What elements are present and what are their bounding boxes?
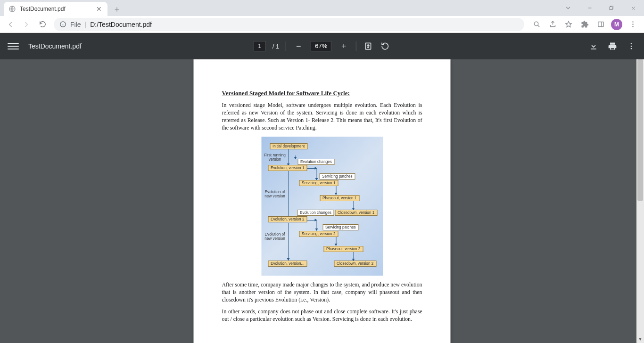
back-button[interactable] [4, 18, 17, 31]
diagram-box-serv-patches1: Servicing patches [319, 173, 355, 180]
svg-point-4 [534, 22, 538, 26]
pdf-filename: TestDocument.pdf [28, 42, 82, 50]
document-paragraph: After some time, company made major chan… [222, 281, 422, 304]
lifecycle-diagram: Initial development First runningversion… [261, 137, 383, 276]
scroll-down-icon[interactable]: ▼ [636, 335, 644, 343]
svg-point-12 [631, 48, 632, 49]
diagram-arrow [288, 149, 289, 165]
browser-menu-icon[interactable] [625, 17, 640, 32]
divider [286, 41, 286, 51]
document-heading: Versioned Staged Model for Software Life… [222, 90, 422, 97]
svg-point-10 [631, 43, 632, 44]
info-icon[interactable] [59, 21, 66, 28]
url-separator: | [85, 21, 87, 28]
download-icon[interactable] [588, 41, 599, 51]
diagram-arrow [316, 168, 317, 180]
zoom-in-button[interactable]: + [338, 41, 349, 52]
diagram-arrow [307, 168, 316, 169]
pdf-toolbar: TestDocument.pdf 1 / 1 − 67% + [0, 33, 644, 59]
zoom-out-button[interactable]: − [293, 41, 304, 52]
svg-point-11 [631, 46, 632, 47]
profile-avatar[interactable]: M [609, 17, 624, 32]
scrollbar-thumb[interactable] [637, 59, 643, 201]
svg-point-8 [632, 26, 634, 27]
fit-page-icon[interactable] [363, 41, 373, 51]
tab-title: TestDocument.pdf [20, 6, 91, 12]
svg-rect-2 [610, 7, 612, 10]
globe-icon [8, 5, 16, 13]
diagram-arrow [336, 186, 336, 195]
diagram-label-evo-new2: Evolution ofnew version [263, 232, 287, 241]
rotate-icon[interactable] [380, 41, 390, 51]
zoom-indicator-icon[interactable] [529, 17, 544, 32]
document-paragraph: In versioned stage Model, software under… [222, 102, 422, 132]
diagram-arrow [353, 201, 354, 210]
diagram-arrow [288, 171, 289, 220]
diagram-box-initial-dev: Initial development [270, 143, 307, 149]
diagram-arrow [316, 220, 317, 230]
diagram-box-evo-v1: Evolution, version 1 [268, 165, 307, 171]
diagram-box-phaseout-v2: Phaseout, version 2 [323, 246, 363, 252]
pdf-more-icon[interactable] [626, 41, 636, 51]
diagram-box-serv-patches2: Servicing patches [322, 224, 359, 230]
window-close-button[interactable] [622, 0, 644, 16]
print-icon[interactable] [607, 41, 618, 51]
browser-tab-active[interactable]: TestDocument.pdf ✕ [4, 2, 107, 16]
document-paragraph: In other words, company does not phase o… [222, 308, 422, 323]
vertical-scrollbar[interactable]: ▲ ▼ [636, 59, 644, 343]
diagram-box-evo-v2: Evolution, version 2 [268, 216, 307, 222]
reload-button[interactable] [36, 18, 49, 31]
sidepanel-icon[interactable] [593, 17, 608, 32]
diagram-arrow [353, 252, 354, 261]
page-number-input[interactable]: 1 [254, 41, 266, 51]
diagram-arrow [336, 237, 336, 245]
zoom-level[interactable]: 67% [311, 41, 331, 51]
pdf-page: Versioned Staged Model for Software Life… [194, 59, 451, 343]
bookmark-star-icon[interactable] [561, 17, 576, 32]
diagram-arrow [288, 223, 289, 260]
pdf-viewport[interactable]: Versioned Staged Model for Software Life… [0, 59, 644, 343]
diagram-box-serv-v2: Servicing, version 2 [299, 231, 338, 237]
search-tabs-chevron-icon[interactable] [557, 0, 579, 16]
diagram-box-evo-v3: Evolution, version... [268, 261, 307, 267]
forward-button[interactable] [20, 18, 33, 31]
divider [356, 41, 356, 51]
url-path: D:/TestDocument.pdf [90, 21, 152, 28]
diagram-label-evo-new1: Evolution ofnew version [263, 190, 287, 198]
diagram-box-phaseout-v1: Phaseout, version 1 [320, 195, 359, 201]
diagram-box-evo-changes1: Evolution changes [297, 159, 335, 165]
share-icon[interactable] [545, 17, 560, 32]
new-tab-button[interactable] [110, 3, 124, 16]
svg-point-7 [632, 24, 634, 25]
browser-toolbar: File | D:/TestDocument.pdf M [0, 16, 644, 33]
diagram-box-closedown-v2: Closedown, version 2 [334, 261, 376, 267]
diagram-box-closedown-v1: Closedown, version 1 [335, 210, 377, 216]
svg-rect-5 [598, 22, 603, 27]
svg-point-6 [632, 21, 634, 23]
extensions-icon[interactable] [577, 17, 592, 32]
diagram-arrow [295, 155, 296, 159]
browser-title-bar: TestDocument.pdf ✕ [0, 0, 644, 16]
address-bar[interactable]: File | D:/TestDocument.pdf [54, 18, 524, 31]
pdf-menu-icon[interactable] [8, 41, 19, 52]
page-total: / 1 [272, 43, 279, 50]
diagram-box-evo-changes2: Evolution changes [297, 210, 334, 216]
window-minimize-button[interactable] [579, 0, 601, 16]
diagram-label-first-running: First runningversion [263, 153, 287, 162]
diagram-box-serv-v1: Servicing, version 1 [299, 180, 338, 186]
url-scheme: File [70, 21, 81, 28]
window-maximize-button[interactable] [601, 0, 622, 16]
close-tab-icon[interactable]: ✕ [95, 5, 103, 13]
diagram-arrow [307, 220, 316, 220]
